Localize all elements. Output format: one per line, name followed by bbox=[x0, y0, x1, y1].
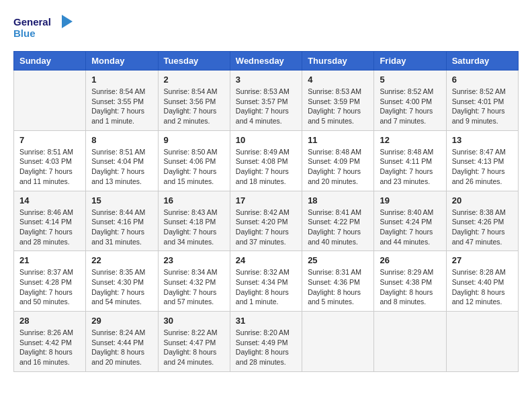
day-number: 14 bbox=[19, 195, 80, 205]
day-info: Sunrise: 8:52 AM Sunset: 4:00 PM Dayligh… bbox=[380, 87, 440, 126]
calendar-table: SundayMondayTuesdayWednesdayThursdayFrid… bbox=[13, 51, 519, 372]
calendar-cell: 27Sunrise: 8:28 AM Sunset: 4:40 PM Dayli… bbox=[446, 251, 518, 312]
calendar-cell: 12Sunrise: 8:48 AM Sunset: 4:11 PM Dayli… bbox=[374, 130, 446, 191]
day-number: 23 bbox=[164, 255, 224, 265]
day-number: 7 bbox=[19, 135, 80, 145]
day-info: Sunrise: 8:51 AM Sunset: 4:03 PM Dayligh… bbox=[19, 147, 80, 187]
calendar-cell: 7Sunrise: 8:51 AM Sunset: 4:03 PM Daylig… bbox=[14, 130, 86, 191]
day-number: 25 bbox=[308, 255, 368, 265]
column-header-tuesday: Tuesday bbox=[158, 52, 230, 71]
svg-text:General: General bbox=[13, 16, 51, 28]
day-number: 28 bbox=[19, 316, 80, 326]
day-number: 21 bbox=[19, 255, 80, 265]
day-info: Sunrise: 8:43 AM Sunset: 4:18 PM Dayligh… bbox=[164, 208, 224, 247]
day-number: 13 bbox=[452, 135, 513, 145]
day-number: 4 bbox=[308, 75, 368, 85]
day-number: 5 bbox=[380, 75, 440, 85]
day-info: Sunrise: 8:48 AM Sunset: 4:11 PM Dayligh… bbox=[380, 147, 440, 187]
calendar-cell bbox=[302, 312, 374, 372]
calendar-cell: 28Sunrise: 8:26 AM Sunset: 4:42 PM Dayli… bbox=[14, 312, 86, 372]
calendar-week-3: 14Sunrise: 8:46 AM Sunset: 4:14 PM Dayli… bbox=[14, 191, 519, 251]
calendar-cell: 10Sunrise: 8:49 AM Sunset: 4:08 PM Dayli… bbox=[230, 130, 302, 191]
day-number: 8 bbox=[91, 135, 152, 145]
day-info: Sunrise: 8:53 AM Sunset: 3:59 PM Dayligh… bbox=[308, 87, 368, 126]
day-info: Sunrise: 8:42 AM Sunset: 4:20 PM Dayligh… bbox=[236, 208, 296, 247]
day-number: 19 bbox=[380, 195, 440, 205]
calendar-cell: 13Sunrise: 8:47 AM Sunset: 4:13 PM Dayli… bbox=[446, 130, 518, 191]
svg-marker-2 bbox=[62, 15, 73, 28]
day-number: 20 bbox=[452, 195, 513, 205]
svg-text:Blue: Blue bbox=[13, 28, 36, 39]
day-info: Sunrise: 8:24 AM Sunset: 4:44 PM Dayligh… bbox=[91, 328, 152, 367]
day-number: 30 bbox=[164, 316, 224, 326]
day-number: 16 bbox=[164, 195, 224, 205]
day-info: Sunrise: 8:28 AM Sunset: 4:40 PM Dayligh… bbox=[452, 267, 513, 307]
calendar-cell: 19Sunrise: 8:40 AM Sunset: 4:24 PM Dayli… bbox=[374, 191, 446, 251]
calendar-week-5: 28Sunrise: 8:26 AM Sunset: 4:42 PM Dayli… bbox=[14, 312, 519, 372]
calendar-cell: 17Sunrise: 8:42 AM Sunset: 4:20 PM Dayli… bbox=[230, 191, 302, 251]
calendar-week-2: 7Sunrise: 8:51 AM Sunset: 4:03 PM Daylig… bbox=[14, 130, 519, 191]
day-number: 18 bbox=[308, 195, 368, 205]
day-info: Sunrise: 8:52 AM Sunset: 4:01 PM Dayligh… bbox=[452, 87, 513, 126]
calendar-cell: 18Sunrise: 8:41 AM Sunset: 4:22 PM Dayli… bbox=[302, 191, 374, 251]
calendar-cell: 6Sunrise: 8:52 AM Sunset: 4:01 PM Daylig… bbox=[446, 71, 518, 131]
day-info: Sunrise: 8:49 AM Sunset: 4:08 PM Dayligh… bbox=[236, 147, 296, 187]
calendar-header: SundayMondayTuesdayWednesdayThursdayFrid… bbox=[14, 52, 519, 71]
calendar-week-1: 1Sunrise: 8:54 AM Sunset: 3:55 PM Daylig… bbox=[14, 71, 519, 131]
column-header-monday: Monday bbox=[86, 52, 158, 71]
day-info: Sunrise: 8:51 AM Sunset: 4:04 PM Dayligh… bbox=[91, 147, 152, 187]
day-number: 17 bbox=[236, 195, 296, 205]
day-info: Sunrise: 8:53 AM Sunset: 3:57 PM Dayligh… bbox=[236, 87, 296, 126]
day-info: Sunrise: 8:38 AM Sunset: 4:26 PM Dayligh… bbox=[452, 208, 513, 247]
day-info: Sunrise: 8:54 AM Sunset: 3:55 PM Dayligh… bbox=[91, 87, 152, 126]
day-number: 3 bbox=[236, 75, 296, 85]
calendar-cell: 31Sunrise: 8:20 AM Sunset: 4:49 PM Dayli… bbox=[230, 312, 302, 372]
day-number: 22 bbox=[91, 255, 152, 265]
calendar-cell: 16Sunrise: 8:43 AM Sunset: 4:18 PM Dayli… bbox=[158, 191, 230, 251]
day-number: 11 bbox=[308, 135, 368, 145]
day-info: Sunrise: 8:54 AM Sunset: 3:56 PM Dayligh… bbox=[164, 87, 224, 126]
day-info: Sunrise: 8:20 AM Sunset: 4:49 PM Dayligh… bbox=[236, 328, 296, 367]
day-info: Sunrise: 8:26 AM Sunset: 4:42 PM Dayligh… bbox=[19, 328, 80, 367]
day-info: Sunrise: 8:47 AM Sunset: 4:13 PM Dayligh… bbox=[452, 147, 513, 187]
day-number: 2 bbox=[164, 75, 224, 85]
calendar-cell bbox=[374, 312, 446, 372]
day-info: Sunrise: 8:35 AM Sunset: 4:30 PM Dayligh… bbox=[91, 267, 152, 307]
day-number: 24 bbox=[236, 255, 296, 265]
calendar-cell: 5Sunrise: 8:52 AM Sunset: 4:00 PM Daylig… bbox=[374, 71, 446, 131]
day-info: Sunrise: 8:29 AM Sunset: 4:38 PM Dayligh… bbox=[380, 267, 440, 307]
calendar-cell: 1Sunrise: 8:54 AM Sunset: 3:55 PM Daylig… bbox=[86, 71, 158, 131]
calendar-cell: 21Sunrise: 8:37 AM Sunset: 4:28 PM Dayli… bbox=[14, 251, 86, 312]
calendar-cell: 23Sunrise: 8:34 AM Sunset: 4:32 PM Dayli… bbox=[158, 251, 230, 312]
calendar-cell: 30Sunrise: 8:22 AM Sunset: 4:47 PM Dayli… bbox=[158, 312, 230, 372]
calendar-cell: 9Sunrise: 8:50 AM Sunset: 4:06 PM Daylig… bbox=[158, 130, 230, 191]
day-number: 9 bbox=[164, 135, 224, 145]
logo-icon: GeneralBlue bbox=[13, 13, 74, 40]
day-number: 27 bbox=[452, 255, 513, 265]
column-header-sunday: Sunday bbox=[14, 52, 86, 71]
calendar-cell bbox=[446, 312, 518, 372]
calendar-cell: 20Sunrise: 8:38 AM Sunset: 4:26 PM Dayli… bbox=[446, 191, 518, 251]
day-info: Sunrise: 8:40 AM Sunset: 4:24 PM Dayligh… bbox=[380, 208, 440, 247]
calendar-cell: 15Sunrise: 8:44 AM Sunset: 4:16 PM Dayli… bbox=[86, 191, 158, 251]
day-info: Sunrise: 8:31 AM Sunset: 4:36 PM Dayligh… bbox=[308, 267, 368, 307]
day-number: 6 bbox=[452, 75, 513, 85]
calendar-cell: 11Sunrise: 8:48 AM Sunset: 4:09 PM Dayli… bbox=[302, 130, 374, 191]
day-info: Sunrise: 8:34 AM Sunset: 4:32 PM Dayligh… bbox=[164, 267, 224, 307]
page-header: GeneralBlue bbox=[13, 13, 519, 40]
day-number: 31 bbox=[236, 316, 296, 326]
day-info: Sunrise: 8:32 AM Sunset: 4:34 PM Dayligh… bbox=[236, 267, 296, 307]
calendar-cell: 14Sunrise: 8:46 AM Sunset: 4:14 PM Dayli… bbox=[14, 191, 86, 251]
calendar-week-4: 21Sunrise: 8:37 AM Sunset: 4:28 PM Dayli… bbox=[14, 251, 519, 312]
calendar-cell bbox=[14, 71, 86, 131]
calendar-cell: 24Sunrise: 8:32 AM Sunset: 4:34 PM Dayli… bbox=[230, 251, 302, 312]
day-info: Sunrise: 8:50 AM Sunset: 4:06 PM Dayligh… bbox=[164, 147, 224, 187]
calendar-cell: 8Sunrise: 8:51 AM Sunset: 4:04 PM Daylig… bbox=[86, 130, 158, 191]
day-info: Sunrise: 8:37 AM Sunset: 4:28 PM Dayligh… bbox=[19, 267, 80, 307]
column-header-wednesday: Wednesday bbox=[230, 52, 302, 71]
calendar-cell: 4Sunrise: 8:53 AM Sunset: 3:59 PM Daylig… bbox=[302, 71, 374, 131]
logo: GeneralBlue bbox=[13, 13, 74, 40]
day-number: 15 bbox=[91, 195, 152, 205]
day-info: Sunrise: 8:41 AM Sunset: 4:22 PM Dayligh… bbox=[308, 208, 368, 247]
day-number: 12 bbox=[380, 135, 440, 145]
